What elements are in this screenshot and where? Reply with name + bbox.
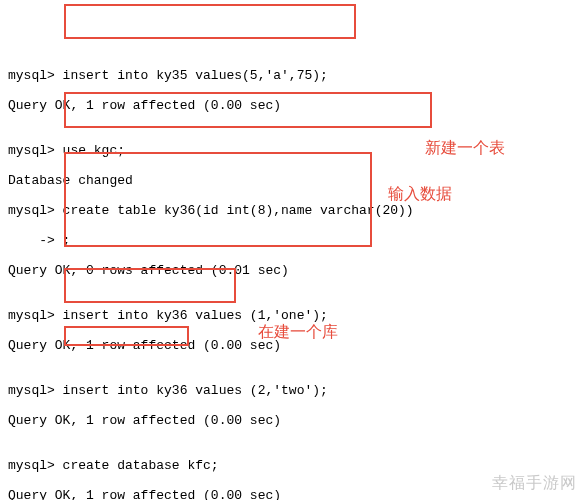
terminal-line: -> ; xyxy=(8,233,587,248)
terminal-line: mysql> insert into ky36 values (1,'one')… xyxy=(8,308,587,323)
annotation-box-insert-ky35 xyxy=(64,4,356,39)
annotation-label-create-db: 在建一个库 xyxy=(258,324,338,339)
terminal-line: mysql> insert into ky36 values (2,'two')… xyxy=(8,383,587,398)
terminal-line: Database changed xyxy=(8,173,587,188)
terminal-line: mysql> create database kfc; xyxy=(8,458,587,473)
annotation-label-insert-data: 输入数据 xyxy=(388,186,452,201)
watermark-text: 幸福手游网 xyxy=(492,475,577,490)
terminal-line: Query OK, 1 row affected (0.00 sec) xyxy=(8,98,587,113)
terminal-line: Query OK, 1 row affected (0.00 sec) xyxy=(8,338,587,353)
terminal-line: mysql> insert into ky35 values(5,'a',75)… xyxy=(8,68,587,83)
terminal-line: Query OK, 0 rows affected (0.01 sec) xyxy=(8,263,587,278)
annotation-label-create-table: 新建一个表 xyxy=(425,140,505,155)
terminal-line: mysql> create table ky36(id int(8),name … xyxy=(8,203,587,218)
terminal-line: Query OK, 1 row affected (0.00 sec) xyxy=(8,413,587,428)
